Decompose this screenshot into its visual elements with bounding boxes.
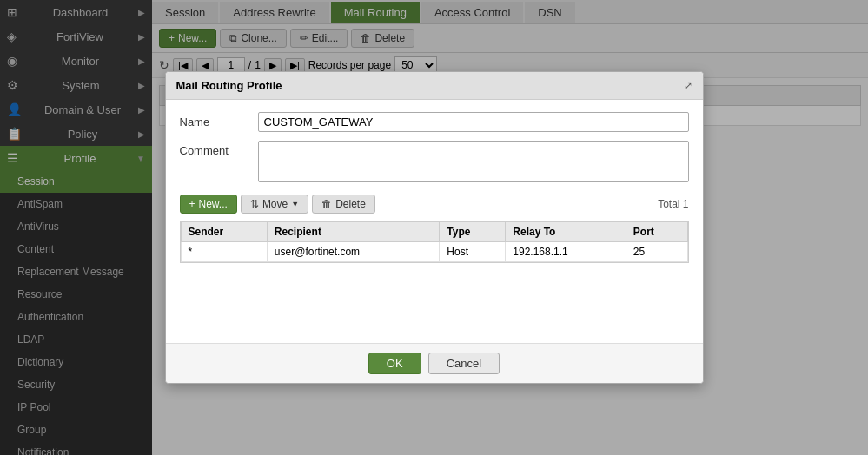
inner-cell-port: 25 <box>626 242 687 262</box>
modal-overlay: Mail Routing Profile ⤢ Name Comment + Ne… <box>0 0 868 455</box>
move-icon: ⇅ <box>250 198 259 210</box>
inner-col-recipient: Recipient <box>267 222 439 242</box>
inner-cell-sender: * <box>181 242 267 262</box>
ok-button[interactable]: OK <box>368 353 421 374</box>
modal-body: Name Comment + New... ⇅ Move ▼ 🗑 <box>166 100 703 343</box>
inner-col-sender: Sender <box>181 222 267 242</box>
inner-col-relay: Relay To <box>506 222 626 242</box>
expand-icon[interactable]: ⤢ <box>684 80 692 92</box>
inner-table-row[interactable]: * user@fortinet.com Host 192.168.1.1 25 <box>181 242 687 262</box>
inner-cell-relay: 192.168.1.1 <box>506 242 626 262</box>
cancel-button[interactable]: Cancel <box>428 353 500 374</box>
modal-header-icons: ⤢ <box>684 80 692 92</box>
inner-cell-recipient: user@fortinet.com <box>267 242 439 262</box>
comment-row: Comment <box>180 141 689 182</box>
inner-new-button[interactable]: + New... <box>180 195 237 214</box>
inner-cell-type: Host <box>440 242 506 262</box>
inner-col-type: Type <box>440 222 506 242</box>
comment-textarea[interactable] <box>258 141 689 182</box>
trash-icon: 🗑 <box>321 198 332 210</box>
modal-title: Mail Routing Profile <box>176 79 282 92</box>
total-label: Total 1 <box>658 198 688 210</box>
modal-footer: OK Cancel <box>166 343 703 383</box>
inner-toolbar: + New... ⇅ Move ▼ 🗑 Delete Total 1 <box>180 191 689 217</box>
modal-dialog: Mail Routing Profile ⤢ Name Comment + Ne… <box>165 71 704 384</box>
name-row: Name <box>180 112 689 132</box>
inner-table: Sender Recipient Type Relay To Port * us… <box>181 221 688 262</box>
modal-header: Mail Routing Profile ⤢ <box>166 72 703 100</box>
name-label: Name <box>180 112 258 129</box>
dropdown-arrow-icon: ▼ <box>291 200 299 208</box>
inner-move-button[interactable]: ⇅ Move ▼ <box>241 195 308 214</box>
inner-table-wrap: Sender Recipient Type Relay To Port * us… <box>180 221 689 263</box>
name-input[interactable] <box>258 112 689 132</box>
plus-icon: + <box>189 198 195 210</box>
inner-delete-button[interactable]: 🗑 Delete <box>312 195 375 214</box>
inner-col-port: Port <box>626 222 687 242</box>
comment-label: Comment <box>180 141 258 157</box>
